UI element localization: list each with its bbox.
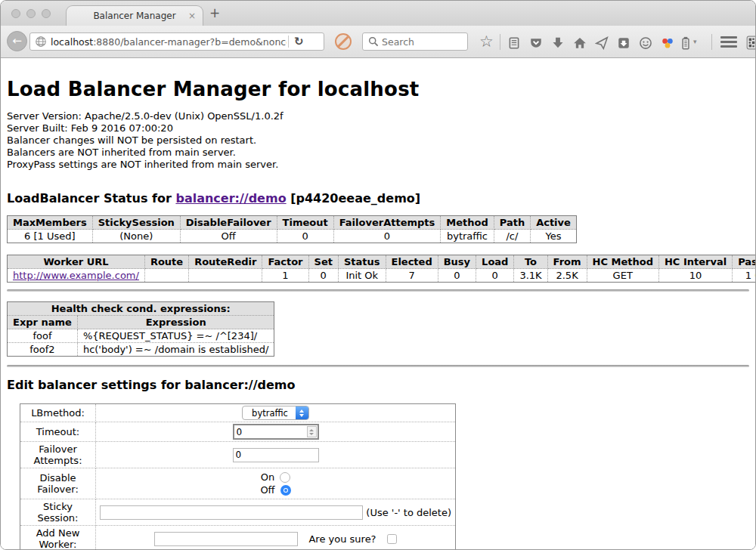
select-stepper-icon <box>296 406 308 419</box>
add-worker-input[interactable] <box>154 532 298 546</box>
table-row: http://www.example.com/ 1 0 Init Ok 7 0 … <box>8 269 756 283</box>
home-icon[interactable] <box>569 32 590 51</box>
lbmethod-select[interactable]: bytraffic <box>242 406 309 420</box>
form-row-sticky-session: Sticky Session: (Use '-' to delete) <box>20 499 456 526</box>
worker-status-table: Worker URL Route RouteRedir Factor Set S… <box>7 255 756 283</box>
url-text[interactable]: localhost:8880/balancer-manager?b=demo&n… <box>51 36 287 48</box>
balancer-status-table: MaxMembers StickySession DisableFailover… <box>7 215 577 243</box>
table-cell: bytraffic <box>441 230 494 243</box>
tab-title: Balancer Manager <box>93 11 175 21</box>
sticky-session-hint: (Use '-' to delete) <box>366 507 452 518</box>
url-bar[interactable]: localhost:8880/balancer-manager?b=demo&n… <box>29 32 324 51</box>
failover-attempts-input[interactable] <box>233 448 319 462</box>
search-bar[interactable] <box>362 32 468 51</box>
inherit-notice-line: Balancers are NOT inherited from main se… <box>7 147 749 159</box>
reload-icon[interactable]: ↻ <box>294 35 304 48</box>
form-row-add-worker: Add New Worker: Are you sure? <box>20 526 456 550</box>
column-header: Worker URL <box>8 255 145 269</box>
health-table-title: Health check cond. expressions: <box>8 302 274 316</box>
table-cell: 1 (0) <box>733 269 756 283</box>
battery-icon[interactable] <box>678 32 693 51</box>
column-header: Expr name <box>8 316 78 329</box>
table-cell: 6 [1 Used] <box>8 230 93 243</box>
chevron-down-icon[interactable]: ▾ <box>693 38 702 45</box>
radio-off[interactable] <box>280 485 291 496</box>
table-cell: /c/ <box>494 230 530 243</box>
table-cell: 0 <box>476 269 514 283</box>
column-header: FailoverAttempts <box>333 216 441 230</box>
bookmark-star-icon[interactable]: ☆ <box>476 32 497 51</box>
table-header-row: Health check cond. expressions: <box>8 302 274 316</box>
extension-grid-icon[interactable] <box>742 32 756 51</box>
form-row-lbmethod: LBmethod: bytraffic <box>20 404 456 422</box>
toolbar-icons: ☆ ▾ <box>476 32 756 51</box>
column-header: Load <box>476 255 514 269</box>
disable-failover-label: Disable Failover: <box>20 468 96 499</box>
server-info: Server Version: Apache/2.5.0-dev (Unix) … <box>7 110 749 171</box>
save-to-pocket-icon[interactable] <box>612 32 634 51</box>
status-heading-prefix: LoadBalancer Status for <box>7 191 175 205</box>
column-header: To <box>514 255 547 269</box>
back-button[interactable]: ← <box>7 31 27 51</box>
page-content: Load Balancer Manager for localhost Serv… <box>1 59 755 550</box>
tab-bar: Balancer Manager × + <box>1 1 755 26</box>
minimize-window-icon[interactable] <box>26 9 36 18</box>
column-header: Route <box>144 255 188 269</box>
close-window-icon[interactable] <box>11 9 20 18</box>
hello-chat-icon[interactable] <box>634 32 656 51</box>
column-header: Active <box>531 216 577 230</box>
table-cell: GET <box>587 269 658 283</box>
timeout-input[interactable] <box>233 424 319 440</box>
window-controls[interactable] <box>11 9 51 18</box>
persist-notice-line: Balancer changes will NOT be persisted o… <box>7 134 749 147</box>
share-icon[interactable] <box>590 32 612 51</box>
number-spinner-icon[interactable] <box>307 426 317 437</box>
worker-url-link[interactable]: http://www.example.com/ <box>13 270 139 281</box>
column-header: HC Interval <box>658 255 732 269</box>
sticky-session-input[interactable] <box>100 505 363 520</box>
url-domain: localhost <box>51 36 93 48</box>
tab-balancer-manager[interactable]: Balancer Manager × <box>66 5 203 26</box>
pocket-icon[interactable] <box>525 32 547 51</box>
menu-icon[interactable] <box>720 32 737 51</box>
confirm-checkbox[interactable] <box>387 534 397 544</box>
column-header: Passes <box>733 255 756 269</box>
column-header: Method <box>441 216 494 230</box>
column-header: Expression <box>77 316 274 329</box>
server-built-line: Server Built: Feb 9 2016 07:00:20 <box>7 122 749 134</box>
table-header-row: Worker URL Route RouteRedir Factor Set S… <box>8 255 756 269</box>
zoom-window-icon[interactable] <box>42 9 51 18</box>
reading-list-icon[interactable] <box>503 32 525 51</box>
timeout-label: Timeout: <box>20 422 96 442</box>
table-cell <box>189 269 262 283</box>
new-tab-button[interactable]: + <box>209 5 220 20</box>
form-row-timeout: Timeout: <box>20 422 456 442</box>
expression-cell: hc('body') =~ /domain is established/ <box>77 343 274 357</box>
radio-on[interactable] <box>280 472 290 483</box>
column-header: Set <box>308 255 338 269</box>
table-cell: 7 <box>386 269 438 283</box>
column-header: StickySession <box>92 216 180 230</box>
colored-dots-icon[interactable] <box>656 32 678 51</box>
table-cell: 0 <box>308 269 338 283</box>
edit-settings-heading: Edit balancer settings for balancer://de… <box>7 378 749 392</box>
content-blocker-icon[interactable] <box>335 33 352 50</box>
form-row-disable-failover: Disable Failover: On Off <box>20 468 456 499</box>
health-check-table: Health check cond. expressions: Expr nam… <box>7 301 274 357</box>
server-version-line: Server Version: Apache/2.5.0-dev (Unix) … <box>7 110 749 122</box>
close-tab-icon[interactable]: × <box>188 11 196 21</box>
column-header: Factor <box>262 255 308 269</box>
expression-cell: %{REQUEST_STATUS} =~ /^[234]/ <box>77 329 274 343</box>
downloads-icon[interactable] <box>547 32 569 51</box>
table-row: foof %{REQUEST_STATUS} =~ /^[234]/ <box>8 329 274 343</box>
confirm-label: Are you sure? <box>308 533 376 545</box>
column-header: Path <box>494 216 530 230</box>
balancer-demo-link[interactable]: balancer://demo <box>175 191 286 205</box>
table-cell: 0 <box>333 230 441 243</box>
sticky-session-label: Sticky Session: <box>20 499 96 526</box>
expr-name-cell: foof2 <box>8 343 78 357</box>
search-input[interactable] <box>382 36 457 48</box>
browser-window: Balancer Manager × + ← localhost:8880/ba… <box>0 0 756 550</box>
expr-name-cell: foof <box>8 329 78 343</box>
navigation-toolbar: ← localhost:8880/balancer-manager?b=demo… <box>1 26 755 58</box>
